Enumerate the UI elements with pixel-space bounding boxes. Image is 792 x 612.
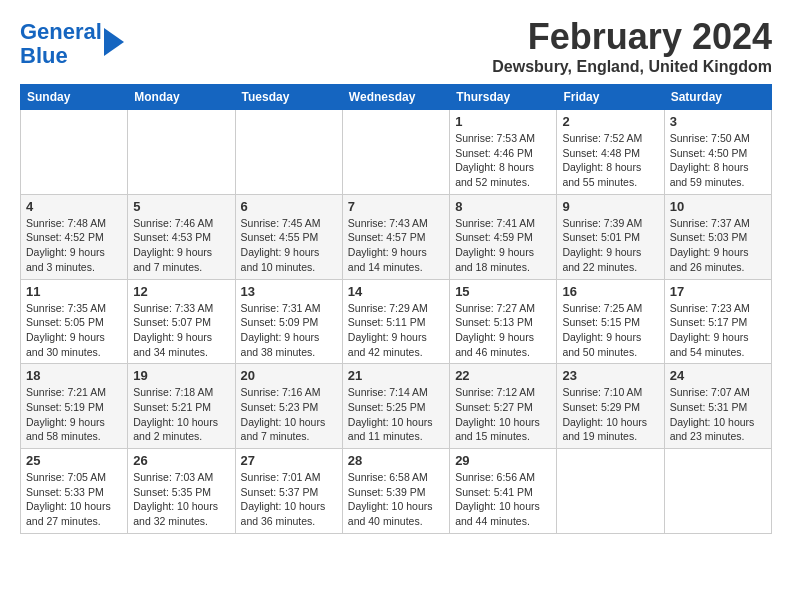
day-info: Sunrise: 7:14 AM Sunset: 5:25 PM Dayligh… (348, 385, 444, 444)
table-row: 11Sunrise: 7:35 AM Sunset: 5:05 PM Dayli… (21, 279, 128, 364)
table-row: 25Sunrise: 7:05 AM Sunset: 5:33 PM Dayli… (21, 449, 128, 534)
table-row (235, 110, 342, 195)
col-monday: Monday (128, 85, 235, 110)
table-row (21, 110, 128, 195)
calendar-week-1: 1Sunrise: 7:53 AM Sunset: 4:46 PM Daylig… (21, 110, 772, 195)
calendar-table: Sunday Monday Tuesday Wednesday Thursday… (20, 84, 772, 534)
table-row (342, 110, 449, 195)
day-number: 1 (455, 114, 551, 129)
day-number: 24 (670, 368, 766, 383)
day-number: 14 (348, 284, 444, 299)
day-info: Sunrise: 7:27 AM Sunset: 5:13 PM Dayligh… (455, 301, 551, 360)
day-number: 23 (562, 368, 658, 383)
day-number: 3 (670, 114, 766, 129)
table-row: 29Sunrise: 6:56 AM Sunset: 5:41 PM Dayli… (450, 449, 557, 534)
day-info: Sunrise: 7:31 AM Sunset: 5:09 PM Dayligh… (241, 301, 337, 360)
col-sunday: Sunday (21, 85, 128, 110)
day-info: Sunrise: 7:25 AM Sunset: 5:15 PM Dayligh… (562, 301, 658, 360)
day-number: 26 (133, 453, 229, 468)
day-number: 25 (26, 453, 122, 468)
table-row: 14Sunrise: 7:29 AM Sunset: 5:11 PM Dayli… (342, 279, 449, 364)
table-row: 6Sunrise: 7:45 AM Sunset: 4:55 PM Daylig… (235, 194, 342, 279)
day-number: 7 (348, 199, 444, 214)
col-friday: Friday (557, 85, 664, 110)
table-row: 22Sunrise: 7:12 AM Sunset: 5:27 PM Dayli… (450, 364, 557, 449)
day-info: Sunrise: 7:41 AM Sunset: 4:59 PM Dayligh… (455, 216, 551, 275)
header-row: Sunday Monday Tuesday Wednesday Thursday… (21, 85, 772, 110)
day-info: Sunrise: 6:58 AM Sunset: 5:39 PM Dayligh… (348, 470, 444, 529)
table-row: 9Sunrise: 7:39 AM Sunset: 5:01 PM Daylig… (557, 194, 664, 279)
day-number: 29 (455, 453, 551, 468)
table-row: 21Sunrise: 7:14 AM Sunset: 5:25 PM Dayli… (342, 364, 449, 449)
day-info: Sunrise: 6:56 AM Sunset: 5:41 PM Dayligh… (455, 470, 551, 529)
day-number: 8 (455, 199, 551, 214)
table-row (128, 110, 235, 195)
day-info: Sunrise: 7:48 AM Sunset: 4:52 PM Dayligh… (26, 216, 122, 275)
table-row (664, 449, 771, 534)
table-row: 10Sunrise: 7:37 AM Sunset: 5:03 PM Dayli… (664, 194, 771, 279)
day-number: 4 (26, 199, 122, 214)
day-info: Sunrise: 7:23 AM Sunset: 5:17 PM Dayligh… (670, 301, 766, 360)
day-info: Sunrise: 7:10 AM Sunset: 5:29 PM Dayligh… (562, 385, 658, 444)
day-info: Sunrise: 7:18 AM Sunset: 5:21 PM Dayligh… (133, 385, 229, 444)
table-row: 26Sunrise: 7:03 AM Sunset: 5:35 PM Dayli… (128, 449, 235, 534)
table-row: 15Sunrise: 7:27 AM Sunset: 5:13 PM Dayli… (450, 279, 557, 364)
logo-arrow-icon (104, 28, 124, 56)
day-info: Sunrise: 7:37 AM Sunset: 5:03 PM Dayligh… (670, 216, 766, 275)
col-thursday: Thursday (450, 85, 557, 110)
table-row: 23Sunrise: 7:10 AM Sunset: 5:29 PM Dayli… (557, 364, 664, 449)
day-info: Sunrise: 7:16 AM Sunset: 5:23 PM Dayligh… (241, 385, 337, 444)
table-row: 8Sunrise: 7:41 AM Sunset: 4:59 PM Daylig… (450, 194, 557, 279)
day-info: Sunrise: 7:35 AM Sunset: 5:05 PM Dayligh… (26, 301, 122, 360)
logo-text-line2: Blue (20, 43, 68, 68)
day-info: Sunrise: 7:05 AM Sunset: 5:33 PM Dayligh… (26, 470, 122, 529)
day-number: 9 (562, 199, 658, 214)
day-info: Sunrise: 7:46 AM Sunset: 4:53 PM Dayligh… (133, 216, 229, 275)
table-row: 18Sunrise: 7:21 AM Sunset: 5:19 PM Dayli… (21, 364, 128, 449)
table-row: 2Sunrise: 7:52 AM Sunset: 4:48 PM Daylig… (557, 110, 664, 195)
col-wednesday: Wednesday (342, 85, 449, 110)
day-number: 19 (133, 368, 229, 383)
table-row: 27Sunrise: 7:01 AM Sunset: 5:37 PM Dayli… (235, 449, 342, 534)
table-row: 16Sunrise: 7:25 AM Sunset: 5:15 PM Dayli… (557, 279, 664, 364)
day-number: 27 (241, 453, 337, 468)
day-info: Sunrise: 7:03 AM Sunset: 5:35 PM Dayligh… (133, 470, 229, 529)
table-row: 3Sunrise: 7:50 AM Sunset: 4:50 PM Daylig… (664, 110, 771, 195)
day-info: Sunrise: 7:43 AM Sunset: 4:57 PM Dayligh… (348, 216, 444, 275)
day-number: 28 (348, 453, 444, 468)
title-area: February 2024 Dewsbury, England, United … (492, 16, 772, 76)
location: Dewsbury, England, United Kingdom (492, 58, 772, 76)
day-number: 10 (670, 199, 766, 214)
table-row: 20Sunrise: 7:16 AM Sunset: 5:23 PM Dayli… (235, 364, 342, 449)
day-number: 21 (348, 368, 444, 383)
day-info: Sunrise: 7:12 AM Sunset: 5:27 PM Dayligh… (455, 385, 551, 444)
day-info: Sunrise: 7:39 AM Sunset: 5:01 PM Dayligh… (562, 216, 658, 275)
day-info: Sunrise: 7:53 AM Sunset: 4:46 PM Dayligh… (455, 131, 551, 190)
calendar-week-4: 18Sunrise: 7:21 AM Sunset: 5:19 PM Dayli… (21, 364, 772, 449)
table-row: 12Sunrise: 7:33 AM Sunset: 5:07 PM Dayli… (128, 279, 235, 364)
col-saturday: Saturday (664, 85, 771, 110)
day-info: Sunrise: 7:29 AM Sunset: 5:11 PM Dayligh… (348, 301, 444, 360)
calendar-header: Sunday Monday Tuesday Wednesday Thursday… (21, 85, 772, 110)
day-info: Sunrise: 7:21 AM Sunset: 5:19 PM Dayligh… (26, 385, 122, 444)
day-number: 6 (241, 199, 337, 214)
day-number: 20 (241, 368, 337, 383)
table-row: 24Sunrise: 7:07 AM Sunset: 5:31 PM Dayli… (664, 364, 771, 449)
day-number: 18 (26, 368, 122, 383)
month-title: February 2024 (492, 16, 772, 58)
calendar-week-5: 25Sunrise: 7:05 AM Sunset: 5:33 PM Dayli… (21, 449, 772, 534)
day-info: Sunrise: 7:45 AM Sunset: 4:55 PM Dayligh… (241, 216, 337, 275)
day-number: 17 (670, 284, 766, 299)
calendar-body: 1Sunrise: 7:53 AM Sunset: 4:46 PM Daylig… (21, 110, 772, 534)
day-info: Sunrise: 7:52 AM Sunset: 4:48 PM Dayligh… (562, 131, 658, 190)
table-row: 7Sunrise: 7:43 AM Sunset: 4:57 PM Daylig… (342, 194, 449, 279)
calendar-week-3: 11Sunrise: 7:35 AM Sunset: 5:05 PM Dayli… (21, 279, 772, 364)
day-number: 22 (455, 368, 551, 383)
day-info: Sunrise: 7:07 AM Sunset: 5:31 PM Dayligh… (670, 385, 766, 444)
header: General Blue February 2024 Dewsbury, Eng… (20, 16, 772, 76)
calendar-week-2: 4Sunrise: 7:48 AM Sunset: 4:52 PM Daylig… (21, 194, 772, 279)
day-number: 5 (133, 199, 229, 214)
day-number: 2 (562, 114, 658, 129)
table-row: 1Sunrise: 7:53 AM Sunset: 4:46 PM Daylig… (450, 110, 557, 195)
table-row: 19Sunrise: 7:18 AM Sunset: 5:21 PM Dayli… (128, 364, 235, 449)
